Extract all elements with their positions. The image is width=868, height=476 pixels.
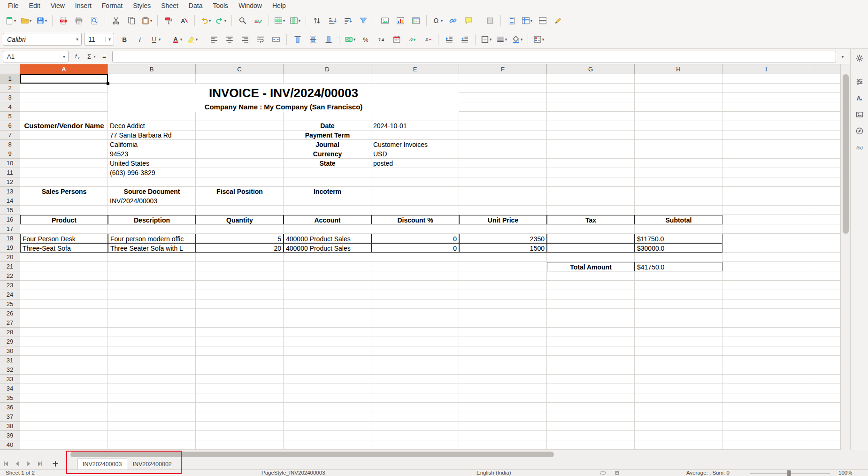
- row-header-1[interactable]: 1: [0, 74, 20, 84]
- row-header-35[interactable]: 35: [0, 393, 20, 403]
- row-header-10[interactable]: 10: [0, 159, 20, 168]
- cell-B18[interactable]: Four person modern offic: [108, 234, 196, 243]
- cell-G19[interactable]: [547, 243, 635, 253]
- dropdown-arrow-icon[interactable]: ▾: [542, 37, 545, 42]
- bold-button[interactable]: B: [116, 32, 132, 47]
- cell-G21[interactable]: Total Amount: [547, 262, 635, 271]
- row-header-3[interactable]: 3: [0, 93, 20, 102]
- row-header-7[interactable]: 7: [0, 131, 20, 140]
- background-color-button[interactable]: ▾: [509, 32, 525, 47]
- cell-H18[interactable]: $11750.0: [635, 234, 722, 243]
- toggle-print-preview-button[interactable]: [86, 13, 102, 28]
- menu-help[interactable]: Help: [267, 1, 291, 10]
- column-header-B[interactable]: B: [108, 64, 196, 74]
- cell-B2[interactable]: INVOICE - INV/2024/00003: [108, 84, 459, 102]
- cell-B11[interactable]: (603)-996-3829: [108, 168, 196, 177]
- borders-button[interactable]: ▾: [478, 32, 494, 47]
- row-header-12[interactable]: 12: [0, 177, 20, 187]
- row-header-18[interactable]: 18: [0, 234, 20, 243]
- row-header-21[interactable]: 21: [0, 262, 20, 271]
- menu-window[interactable]: Window: [233, 1, 267, 10]
- row-header-28[interactable]: 28: [0, 328, 20, 337]
- selection-mode-icon[interactable]: [600, 470, 607, 476]
- row-button[interactable]: ▾: [272, 13, 287, 28]
- font-color-button[interactable]: A▾: [169, 32, 184, 47]
- undo-button[interactable]: ▾: [198, 13, 213, 28]
- menu-file[interactable]: File: [3, 1, 24, 10]
- functions-button[interactable]: f(x): [853, 141, 866, 154]
- sheet-tab-INV202400002[interactable]: INV202400002: [127, 459, 177, 469]
- select-function-button[interactable]: Σ▾: [84, 51, 97, 62]
- sort-button[interactable]: [309, 13, 324, 28]
- merge-and-center-cells-button[interactable]: [268, 32, 284, 47]
- clone-formatting-button[interactable]: [161, 13, 176, 28]
- cell-E19[interactable]: 0: [371, 243, 459, 253]
- column-header-A[interactable]: A: [20, 64, 108, 74]
- cell-C16[interactable]: Quantity: [196, 215, 284, 224]
- row-header-36[interactable]: 36: [0, 403, 20, 412]
- column-header-D[interactable]: D: [284, 64, 371, 74]
- cell-E10[interactable]: posted: [371, 159, 459, 168]
- insert-pivot-table-button[interactable]: [408, 13, 423, 28]
- dropdown-arrow-icon[interactable]: ▾: [30, 18, 32, 23]
- last-sheet-button[interactable]: [35, 459, 45, 468]
- cell-selection[interactable]: [20, 74, 108, 84]
- navigator-button[interactable]: [853, 124, 866, 138]
- vertical-scrollbar-thumb[interactable]: [843, 74, 849, 234]
- dropdown-arrow-icon[interactable]: ▾: [224, 18, 227, 23]
- menu-insert[interactable]: Insert: [70, 1, 97, 10]
- open-button[interactable]: ▾: [18, 13, 34, 28]
- cell-D8[interactable]: Journal: [284, 140, 371, 149]
- cell-H21[interactable]: $41750.0: [635, 262, 722, 271]
- menu-edit[interactable]: Edit: [24, 1, 46, 10]
- align-bottom-button[interactable]: [321, 32, 336, 47]
- cell-D19[interactable]: 400000 Product Sales: [284, 243, 371, 253]
- insert-hyperlink-button[interactable]: [445, 13, 461, 28]
- cell-A6[interactable]: Customer/Vendor Name: [20, 121, 108, 131]
- cell-B10[interactable]: United States: [108, 159, 196, 168]
- formula-input[interactable]: [112, 51, 836, 62]
- insert-chart-button[interactable]: [392, 13, 408, 28]
- row-header-25[interactable]: 25: [0, 299, 20, 309]
- dropdown-arrow-icon[interactable]: ▾: [45, 18, 47, 23]
- font-name-combo[interactable]: Calibri ▾: [3, 33, 82, 46]
- menu-tools[interactable]: Tools: [207, 1, 233, 10]
- cell-D7[interactable]: Payment Term: [284, 131, 371, 140]
- row-header-38[interactable]: 38: [0, 422, 20, 431]
- add-sheet-button[interactable]: [50, 459, 61, 468]
- cell-D9[interactable]: Currency: [284, 149, 371, 159]
- format-as-percent-button[interactable]: %: [358, 32, 373, 47]
- cell-E16[interactable]: Discount %: [371, 215, 459, 224]
- insert-image-button[interactable]: [377, 13, 392, 28]
- sidebar-settings-button[interactable]: [853, 52, 866, 65]
- text-language[interactable]: English (India): [476, 470, 511, 476]
- cell-D10[interactable]: State: [284, 159, 371, 168]
- row-header-31[interactable]: 31: [0, 356, 20, 365]
- border-style-button[interactable]: ▾: [494, 32, 509, 47]
- dropdown-arrow-icon[interactable]: ▾: [93, 54, 95, 59]
- row-header-15[interactable]: 15: [0, 206, 20, 215]
- dropdown-arrow-icon[interactable]: ▾: [196, 37, 198, 42]
- row-header-20[interactable]: 20: [0, 253, 20, 262]
- underline-button[interactable]: U▾: [147, 32, 163, 47]
- center-vertically-button[interactable]: [305, 32, 321, 47]
- cell-B14[interactable]: INV/2024/00003: [108, 196, 196, 206]
- selection-handle[interactable]: [107, 82, 109, 85]
- format-as-currency-button[interactable]: ▾: [342, 32, 358, 47]
- dropdown-arrow-icon[interactable]: ▾: [14, 18, 16, 23]
- formula-button[interactable]: =: [98, 51, 110, 62]
- cell-A19[interactable]: Three-Seat Sofa: [20, 243, 108, 253]
- row-header-9[interactable]: 9: [0, 149, 20, 159]
- insert-special-characters-button[interactable]: Ω▾: [430, 13, 445, 28]
- cell-D16[interactable]: Account: [284, 215, 371, 224]
- row-header-5[interactable]: 5: [0, 112, 20, 121]
- dropdown-arrow-icon[interactable]: ▾: [180, 37, 183, 42]
- conditional-formatting-button[interactable]: ▾: [531, 32, 546, 47]
- cell-F19[interactable]: 1500: [459, 243, 547, 253]
- cell-F18[interactable]: 2350: [459, 234, 547, 243]
- wrap-text-button[interactable]: [253, 32, 268, 47]
- gallery-button[interactable]: [853, 108, 866, 121]
- find-and-replace-button[interactable]: [235, 13, 250, 28]
- cell-E6[interactable]: 2024-10-01: [371, 121, 459, 131]
- increase-indent-button[interactable]: [441, 32, 457, 47]
